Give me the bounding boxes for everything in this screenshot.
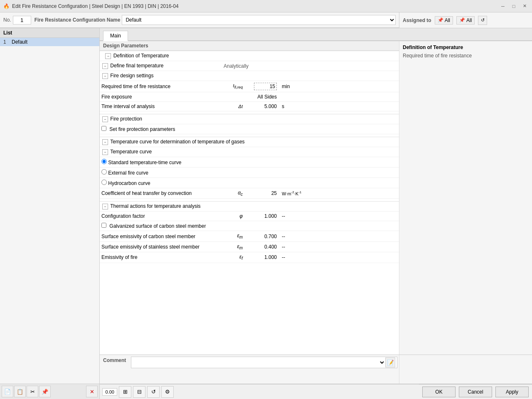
galvanized-checkbox[interactable] — [101, 223, 106, 228]
collapse-definition-temp[interactable]: − — [105, 53, 111, 59]
hydrocarbon-label: Hydrocarbon curve — [108, 180, 150, 186]
emissivity-carbon-sym: εm — [237, 233, 243, 239]
tab-main[interactable]: Main — [103, 31, 128, 41]
fire-exposure-label: Fire exposure — [101, 94, 132, 100]
info-panel: Definition of Temperature Required time … — [399, 41, 532, 355]
collapse-thermal-actions[interactable]: − — [102, 204, 108, 209]
row-temp-curve-group: − Temperature curve for determination of… — [100, 137, 399, 147]
coeff-heat-sym: αc — [238, 190, 243, 196]
collapse-temp-curve[interactable]: − — [102, 149, 108, 155]
left-panel-toolbar: 📄 📋 ✂ 📌 ✕ — [0, 384, 99, 399]
apply-button[interactable]: Apply — [495, 387, 529, 397]
required-time-unit: min — [282, 84, 290, 89]
collapse-temp-curve-group[interactable]: − — [102, 139, 108, 145]
param-table: − Definition of Temperature − Define fin… — [100, 51, 399, 263]
external-fire-radio[interactable] — [101, 169, 107, 175]
title-bar: 🔥 Edit Fire Resistance Configuration | S… — [0, 0, 532, 12]
row-emissivity-stainless: Surface emissivity of stainless steel me… — [100, 242, 399, 252]
paste-button[interactable]: 📌 — [39, 386, 51, 397]
pin-icon-2: 📌 — [459, 17, 465, 23]
value-display: 0.00 — [102, 388, 117, 396]
list-container: 1 Default — [0, 38, 99, 384]
set-fire-protection-label: Set fire protection parameters — [109, 126, 175, 132]
left-panel: List 1 Default 📄 📋 ✂ 📌 ✕ — [0, 28, 100, 399]
required-time-input[interactable] — [254, 83, 277, 90]
comment-select[interactable] — [133, 359, 385, 366]
params-panel: Design Parameters − Definition of Temper… — [100, 41, 399, 355]
row-definition-temp: − Definition of Temperature — [100, 51, 399, 61]
assigned-all1-button[interactable]: 📌 All — [435, 16, 453, 25]
temp-curve-group-label: Temperature curve for determination of t… — [110, 139, 245, 145]
undo-button[interactable]: ↺ — [147, 386, 160, 398]
fire-exposure-val: All Sides — [257, 94, 277, 100]
hydrocarbon-radio[interactable] — [101, 180, 107, 185]
row-fire-protection: − Fire protection — [100, 114, 399, 124]
row-standard-curve: Standard temperature-time curve — [100, 157, 399, 167]
comment-section: Comment 📝 — [100, 355, 532, 384]
coeff-heat-label: Coefficient of heat transfer by convecti… — [101, 190, 192, 196]
assigned-to-panel: Assigned to 📌 All 📌 All ↺ — [399, 12, 532, 28]
cancel-button[interactable]: Cancel — [459, 387, 492, 397]
table-button[interactable]: ⊟ — [133, 386, 145, 398]
comment-input-row: 📝 — [131, 357, 397, 368]
config-factor-unit: -- — [282, 213, 285, 219]
assigned-all2-button[interactable]: 📌 All — [456, 16, 475, 25]
copy-button[interactable]: 📋 — [14, 386, 26, 397]
no-label: No. — [3, 17, 11, 23]
fire-protection-checkbox[interactable] — [101, 126, 106, 131]
delete-button[interactable]: ✕ — [86, 386, 98, 397]
emissivity-carbon-unit: -- — [282, 234, 285, 239]
time-interval-val: 5.000 — [264, 103, 277, 109]
emissivity-stainless-label: Surface emissivity of stainless steel me… — [101, 244, 200, 250]
maximize-button[interactable]: □ — [510, 2, 518, 10]
ok-button[interactable]: OK — [422, 387, 456, 397]
standard-curve-radio[interactable] — [101, 159, 107, 164]
define-final-label: Define final temperature — [110, 63, 163, 69]
fire-design-settings-label: Fire design settings — [110, 73, 153, 79]
no-input[interactable] — [13, 16, 31, 25]
list-item-number: 1 — [3, 39, 10, 45]
row-galvanized: Galvanized surface of carbon steel membe… — [100, 221, 399, 231]
row-required-time: Required time of fire resistance tfi,req… — [100, 81, 399, 92]
row-emissivity-fire: Emissivity of fire εf 1.000 -- — [100, 252, 399, 263]
emissivity-carbon-label: Surface emissivity of carbon steel membe… — [101, 234, 195, 239]
row-fire-design-settings: − Fire design settings — [100, 71, 399, 81]
config-factor-val: 1.000 — [264, 213, 277, 219]
comment-label: Comment — [100, 355, 129, 384]
emissivity-carbon-val: 0.700 — [264, 234, 277, 239]
galvanized-label: Galvanized surface of carbon steel membe… — [109, 223, 206, 229]
list-item[interactable]: 1 Default — [0, 38, 99, 46]
info-title: Definition of Temperature — [403, 44, 529, 50]
row-emissivity-carbon: Surface emissivity of carbon steel membe… — [100, 231, 399, 241]
minimize-button[interactable]: ─ — [499, 2, 507, 10]
fire-protection-label: Fire protection — [110, 116, 142, 122]
collapse-fire-settings[interactable]: − — [102, 73, 108, 79]
row-define-final: − Define final temperature Analytically — [100, 61, 399, 71]
settings-button[interactable]: ⚙ — [161, 386, 174, 398]
pin-icon-1: 📌 — [438, 17, 443, 23]
emissivity-fire-label: Emissivity of fire — [101, 254, 138, 260]
bottom-toolbar: 0.00 ⊞ ⊟ ↺ ⚙ — [100, 384, 419, 399]
no-field-group: No. — [3, 16, 31, 25]
collapse-final-temp[interactable]: − — [102, 63, 108, 69]
collapse-fire-protection[interactable]: − — [102, 116, 108, 122]
name-select[interactable]: Default — [122, 15, 396, 25]
comment-edit-button[interactable]: 📝 — [385, 357, 395, 367]
info-text: Required time of fire resistance — [403, 53, 529, 59]
analytically-label: Analytically — [224, 63, 249, 69]
add-button[interactable]: 📄 — [2, 386, 13, 397]
refresh-button[interactable]: ↺ — [478, 16, 487, 25]
grid-button[interactable]: ⊞ — [119, 386, 131, 398]
thermal-actions-label: Thermal actions for temperature analysis — [110, 203, 200, 209]
row-time-interval: Time interval of analysis Δt 5.000 s — [100, 102, 399, 111]
row-coeff-heat: Coefficient of heat transfer by convecti… — [100, 188, 399, 199]
cut-button[interactable]: ✂ — [27, 386, 38, 397]
design-params-label: Design Parameters — [100, 41, 399, 51]
external-fire-label: External fire curve — [108, 170, 148, 176]
temp-curve-label: Temperature curve — [110, 149, 152, 155]
emissivity-stainless-val: 0.400 — [264, 244, 277, 250]
row-fire-exposure: Fire exposure All Sides — [100, 92, 399, 102]
time-interval-sym: Δt — [239, 104, 243, 109]
emissivity-stainless-unit: -- — [282, 244, 285, 250]
close-button[interactable]: ✕ — [520, 2, 529, 10]
